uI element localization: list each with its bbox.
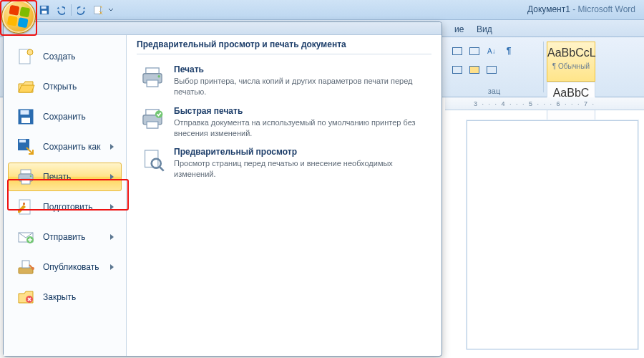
svg-rect-8: [21, 110, 29, 115]
chevron-right-icon: [110, 174, 114, 180]
grid-icon: [487, 66, 497, 74]
svg-rect-24: [146, 68, 159, 74]
horizontal-ruler[interactable]: 3 · · · 4 · · · 5 · · · 6 · · · 7 ·: [445, 97, 644, 110]
indent-increase-button[interactable]: [467, 43, 482, 59]
ribbon-group-paragraph: A↓ ¶ зац: [445, 42, 544, 92]
menu-item-label: Отправить: [43, 232, 103, 242]
indent-icon: [452, 47, 462, 55]
floppy-icon: [16, 107, 36, 127]
show-marks-button[interactable]: ¶: [501, 43, 517, 59]
menu-item-new[interactable]: Создать: [8, 42, 122, 71]
new-icon: [16, 47, 36, 67]
close-doc-icon: [16, 287, 36, 307]
svg-rect-30: [147, 122, 158, 128]
pilcrow-icon: ¶: [507, 46, 512, 56]
save-as-icon: [16, 137, 36, 157]
menu-item-label: Подготовить: [43, 202, 103, 212]
svg-rect-3: [94, 6, 101, 14]
svg-rect-26: [147, 80, 158, 87]
submenu-title: Предварительный просмотр и печать докуме…: [137, 39, 431, 54]
new-doc-icon: [93, 5, 103, 15]
qat-new-button[interactable]: [91, 3, 105, 17]
printer-icon: [140, 64, 165, 90]
svg-point-6: [27, 49, 33, 55]
folder-open-icon: [16, 77, 36, 97]
floppy-icon: [39, 5, 49, 15]
tab-view[interactable]: Вид: [469, 22, 499, 37]
qat-undo-button[interactable]: [53, 3, 67, 17]
menu-item-label: Сохранить как: [43, 142, 103, 152]
menu-item-save[interactable]: Сохранить: [8, 102, 122, 131]
menu-item-open[interactable]: Открыть: [8, 72, 122, 101]
svg-rect-20: [19, 268, 33, 274]
svg-rect-14: [21, 179, 30, 184]
menu-item-label: Создать: [43, 52, 114, 62]
document-name: Документ1: [527, 4, 570, 14]
submenu-item-title: Быстрая печать: [174, 106, 429, 116]
menu-item-label: Закрыть: [43, 292, 114, 302]
submenu-item-desc: Выбор принтера, числа копий и других пар…: [174, 76, 429, 97]
menu-item-print[interactable]: Печать: [8, 163, 122, 191]
menu-item-label: Открыть: [43, 82, 114, 92]
submenu-item-print[interactable]: Печать Выбор принтера, числа копий и дру…: [137, 60, 431, 102]
menu-item-publish[interactable]: Опубликовать: [8, 253, 122, 281]
undo-icon: [55, 5, 65, 15]
menu-item-save-as[interactable]: Сохранить как: [8, 132, 122, 161]
redo-icon: [77, 5, 87, 15]
office-menu: Создать Открыть Сохранить Сохранить как: [3, 21, 442, 357]
qat-redo-button[interactable]: [75, 3, 89, 17]
qat-customize-button[interactable]: [107, 3, 115, 17]
office-menu-header: [4, 22, 441, 35]
menu-item-label: Опубликовать: [43, 262, 103, 272]
svg-rect-11: [19, 140, 26, 142]
sort-icon: A↓: [487, 46, 497, 56]
chevron-right-icon: [110, 204, 114, 210]
border-icon: [452, 66, 462, 74]
ribbon-group-styles: AaBbCcL ¶ Обычный AaBbC ¶ Без ин: [547, 42, 644, 92]
submenu-item-desc: Отправка документа на используемый по ум…: [174, 117, 429, 139]
style-preview: AaBbCcL: [547, 42, 595, 59]
svg-point-27: [157, 75, 160, 77]
svg-rect-1: [42, 6, 47, 9]
svg-point-15: [30, 175, 32, 178]
submenu-item-desc: Просмотр страниц перед печатью и внесени…: [174, 158, 429, 180]
publish-icon: [16, 257, 36, 277]
qat-save-button[interactable]: [37, 3, 52, 17]
submenu-item-quick-print[interactable]: Быстрая печать Отправка документа на исп…: [137, 102, 431, 143]
quick-print-icon: [140, 106, 165, 132]
border-button[interactable]: [449, 62, 465, 77]
print-preview-icon: [140, 147, 165, 173]
svg-rect-21: [22, 261, 29, 268]
svg-text:A↓: A↓: [487, 47, 496, 55]
menu-item-send[interactable]: Отправить: [8, 223, 122, 251]
tab-partial[interactable]: ие: [447, 22, 471, 37]
indent-icon: [469, 47, 479, 55]
menu-item-prepare[interactable]: Подготовить: [8, 193, 122, 221]
window-title: Документ1 - Microsoft Word: [527, 4, 635, 14]
menu-item-label: Сохранить: [43, 112, 114, 122]
printer-icon: [16, 167, 36, 187]
svg-rect-9: [21, 118, 30, 124]
svg-rect-2: [42, 11, 47, 14]
chevron-right-icon: [110, 144, 114, 150]
svg-rect-17: [23, 203, 25, 205]
submenu-item-title: Печать: [174, 64, 429, 74]
office-menu-items: Создать Открыть Сохранить Сохранить как: [4, 22, 127, 356]
app-name: Microsoft Word: [578, 4, 635, 14]
shading-button[interactable]: [467, 62, 482, 77]
prepare-icon: [16, 197, 36, 217]
chevron-right-icon: [110, 264, 114, 270]
menu-item-close[interactable]: Закрыть: [8, 283, 122, 311]
chevron-down-icon: [108, 7, 114, 13]
qat-separator: [71, 4, 72, 16]
style-label: ¶ Обычный: [547, 59, 595, 70]
document-page[interactable]: [467, 120, 638, 349]
svg-point-22: [31, 267, 34, 270]
style-normal[interactable]: AaBbCcL ¶ Обычный: [547, 42, 595, 82]
border-dropdown[interactable]: [484, 62, 499, 77]
shading-icon: [469, 66, 479, 74]
submenu-item-print-preview[interactable]: Предварительный просмотр Просмотр страни…: [137, 142, 431, 184]
office-button[interactable]: [1, 0, 36, 34]
indent-decrease-button[interactable]: [449, 43, 465, 59]
sort-button[interactable]: A↓: [484, 43, 499, 59]
